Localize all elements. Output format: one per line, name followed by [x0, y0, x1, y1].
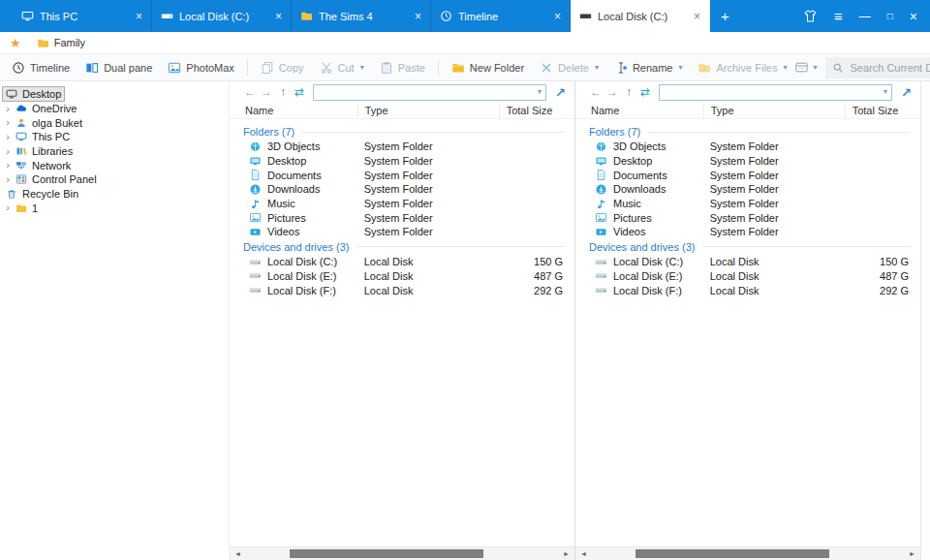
file-row-pictures[interactable]: PicturesSystem Folder	[575, 210, 920, 225]
sidebar-item-recycle-bin[interactable]: Recycle Bin	[0, 187, 229, 202]
file-row-documents[interactable]: DocumentsSystem Folder	[230, 168, 574, 182]
cut-button[interactable]: Cut▾	[312, 57, 372, 78]
delete-button[interactable]: Delete▾	[532, 57, 606, 78]
shirt-icon[interactable]	[803, 9, 818, 23]
group-header[interactable]: Devices and drives (3)	[230, 239, 574, 255]
column-header-type[interactable]: Type	[703, 103, 845, 118]
tab-timeline[interactable]: Timeline×	[431, 0, 571, 32]
file-row-local-disk-c[interactable]: Local Disk (C:)Local Disk150 G	[575, 255, 920, 269]
column-header-total-size[interactable]: Total Size	[499, 103, 574, 118]
dual-pane-button[interactable]: Dual pane	[78, 57, 160, 78]
file-row-local-disk-f[interactable]: Local Disk (F:)Local Disk292 G	[575, 283, 920, 297]
copy-button[interactable]: Copy	[253, 57, 312, 78]
tab-close-icon[interactable]: ×	[550, 10, 561, 23]
view-options-button[interactable]: ▾	[794, 60, 817, 75]
dropdown-arrow-icon[interactable]: ▾	[783, 64, 787, 72]
menu-icon[interactable]: ≡	[834, 9, 843, 23]
horizontal-scrollbar[interactable]: ◄►	[230, 546, 574, 560]
forward-button[interactable]: →	[260, 86, 273, 98]
tab-local-disk-c[interactable]: Local Disk (C:)×	[152, 0, 292, 32]
sidebar-item-network[interactable]: ›Network	[0, 158, 229, 172]
expand-chevron-icon[interactable]: ›	[3, 104, 13, 114]
scrollbar-thumb[interactable]	[636, 549, 829, 558]
tab-close-icon[interactable]: ×	[411, 10, 421, 23]
scroll-left-icon[interactable]: ◄	[230, 550, 246, 557]
file-row-3d-objects[interactable]: 3D ObjectsSystem Folder	[575, 140, 920, 154]
tab-close-icon[interactable]: ×	[271, 10, 282, 23]
scroll-left-icon[interactable]: ◄	[575, 550, 592, 557]
file-row-music[interactable]: MusicSystem Folder	[575, 197, 920, 211]
rename-button[interactable]: Rename▾	[606, 57, 691, 78]
new-folder-button[interactable]: New Folder	[444, 57, 532, 78]
address-bar[interactable]: ▾	[313, 84, 546, 101]
sidebar-item-onedrive[interactable]: ›OneDrive	[0, 102, 229, 116]
scroll-right-icon[interactable]: ►	[904, 550, 920, 557]
back-button[interactable]: ←	[589, 86, 603, 98]
sidebar-item-this-pc[interactable]: ›This PC	[0, 130, 229, 144]
file-row-pictures[interactable]: PicturesSystem Folder	[230, 210, 574, 225]
address-input[interactable]	[314, 86, 537, 98]
horizontal-scrollbar[interactable]: ◄►	[575, 546, 920, 560]
timeline-button[interactable]: Timeline	[4, 57, 78, 78]
new-tab-button[interactable]: +	[710, 0, 740, 32]
address-bar[interactable]: ▾	[659, 84, 892, 101]
sidebar-item-1[interactable]: ›1	[0, 202, 229, 216]
expand-chevron-icon[interactable]: ›	[3, 132, 13, 142]
expand-chevron-icon[interactable]: ›	[3, 174, 13, 185]
maximize-button[interactable]: □	[887, 12, 893, 21]
group-header[interactable]: Folders (7)	[230, 124, 574, 140]
expand-chevron-icon[interactable]: ›	[3, 117, 13, 128]
tab-close-icon[interactable]: ×	[132, 10, 142, 23]
file-row-local-disk-e[interactable]: Local Disk (E:)Local Disk487 G	[230, 269, 574, 284]
file-row-downloads[interactable]: DownloadsSystem Folder	[230, 182, 574, 197]
favorites-star-icon[interactable]: ★	[10, 37, 21, 49]
file-row-local-disk-f[interactable]: Local Disk (F:)Local Disk292 G	[230, 283, 574, 297]
search-box[interactable]	[825, 57, 930, 78]
sidebar-item-olga-buket[interactable]: ›olga Buket	[0, 115, 229, 130]
refresh-button[interactable]: ⇄	[638, 86, 652, 98]
sidebar-item-control-panel[interactable]: ›Control Panel	[0, 172, 229, 187]
file-row-music[interactable]: MusicSystem Folder	[230, 197, 574, 211]
file-row-documents[interactable]: DocumentsSystem Folder	[575, 168, 920, 182]
search-input[interactable]	[850, 62, 930, 74]
tab-close-icon[interactable]: ×	[690, 10, 700, 23]
sidebar-item-libraries[interactable]: ›Libraries	[0, 144, 229, 159]
column-header-type[interactable]: Type	[357, 103, 499, 118]
scrollbar-thumb[interactable]	[290, 549, 483, 558]
go-button[interactable]: ↗	[895, 86, 914, 99]
dropdown-arrow-icon[interactable]: ▾	[813, 64, 817, 72]
tab-local-disk-c[interactable]: Local Disk (C:)×	[571, 0, 710, 32]
tab-this-pc[interactable]: This PC×	[13, 0, 152, 32]
photomax-button[interactable]: PhotoMax	[160, 57, 242, 78]
file-row-3d-objects[interactable]: 3D ObjectsSystem Folder	[230, 140, 574, 154]
scrollbar-track[interactable]	[592, 547, 904, 560]
minimize-button[interactable]: —	[859, 11, 871, 22]
file-row-desktop[interactable]: DesktopSystem Folder	[230, 154, 574, 169]
favorite-family[interactable]: Family	[37, 37, 85, 49]
scrollbar-track[interactable]	[246, 547, 558, 560]
up-button[interactable]: ↑	[276, 86, 290, 98]
expand-chevron-icon[interactable]: ›	[3, 202, 13, 213]
forward-button[interactable]: →	[605, 86, 619, 98]
refresh-button[interactable]: ⇄	[293, 86, 306, 98]
up-button[interactable]: ↑	[622, 86, 636, 98]
file-row-local-disk-e[interactable]: Local Disk (E:)Local Disk487 G	[575, 269, 920, 284]
sidebar-item-desktop[interactable]: Desktop	[0, 87, 229, 102]
file-row-videos[interactable]: VideosSystem Folder	[230, 225, 574, 239]
close-button[interactable]: ×	[910, 10, 917, 23]
paste-button[interactable]: Paste	[372, 57, 433, 78]
expand-chevron-icon[interactable]: ›	[3, 146, 13, 157]
scroll-right-icon[interactable]: ►	[558, 550, 574, 557]
dropdown-arrow-icon[interactable]: ▾	[678, 64, 682, 72]
column-header-total-size[interactable]: Total Size	[845, 103, 920, 118]
file-row-desktop[interactable]: DesktopSystem Folder	[575, 154, 920, 169]
dropdown-arrow-icon[interactable]: ▾	[884, 88, 891, 96]
column-header-name[interactable]: Name	[575, 103, 703, 118]
tab-the-sims-4[interactable]: The Sims 4×	[292, 0, 431, 32]
dropdown-arrow-icon[interactable]: ▾	[538, 88, 545, 96]
group-header[interactable]: Devices and drives (3)	[575, 239, 920, 255]
back-button[interactable]: ←	[243, 86, 257, 98]
address-input[interactable]	[660, 86, 883, 98]
file-row-local-disk-c[interactable]: Local Disk (C:)Local Disk150 G	[230, 255, 574, 269]
go-button[interactable]: ↗	[549, 86, 568, 99]
